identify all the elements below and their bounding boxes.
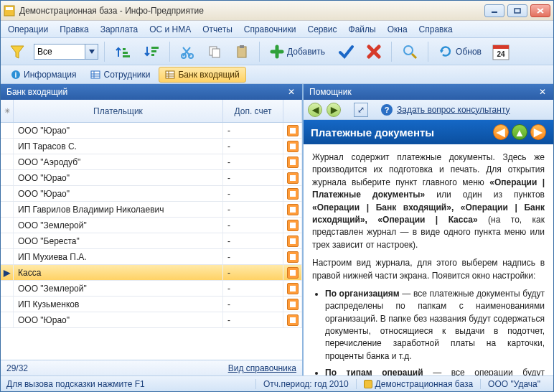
table-row[interactable]: ООО "Землерой"- (1, 218, 302, 233)
menu-refs[interactable]: Справочники (244, 24, 296, 34)
copy-button[interactable] (203, 43, 226, 60)
menu-help[interactable]: Справка (419, 24, 453, 34)
help-body[interactable]: Журнал содержит платежные документы. Зде… (304, 144, 553, 375)
cell-edit (283, 218, 302, 233)
table-row[interactable]: ИП Гаврилов Владимир Николаевич- (1, 202, 302, 218)
help-forward-button[interactable]: ▶ (327, 103, 341, 117)
col-payer[interactable]: Плательщик (14, 100, 223, 122)
menu-files[interactable]: Файлы (349, 24, 376, 34)
table-row[interactable]: ИП Кузьменков- (1, 297, 302, 312)
table-row[interactable]: ООО "Землерой"- (1, 281, 302, 297)
row-marker (1, 139, 14, 154)
help-back-button[interactable]: ◀ (308, 103, 322, 117)
sort-asc-button[interactable] (111, 42, 135, 61)
table-row[interactable]: ИП Мухиева П.А.- (1, 249, 302, 265)
search-button[interactable] (398, 42, 422, 61)
table-row[interactable]: ИП Тарасов С.- (1, 139, 302, 154)
table-row[interactable]: ООО "Юрао"- (1, 312, 302, 328)
row-edit-button[interactable] (287, 235, 299, 247)
toolbar: Добавить Обнов 24 (1, 38, 553, 65)
row-edit-button[interactable] (287, 141, 299, 152)
svg-rect-17 (212, 49, 220, 57)
help-expand-button[interactable]: ⤢ (354, 103, 368, 117)
table-row[interactable]: ООО "Юрао"- (1, 186, 302, 202)
tab-bank-incoming[interactable]: Банк входящий (159, 67, 245, 83)
table-row[interactable]: ООО "Береста"- (1, 233, 302, 249)
paste-button[interactable] (230, 43, 253, 60)
add-button[interactable]: Добавить (266, 43, 329, 60)
row-marker (1, 186, 14, 201)
filter-funnel-button[interactable] (5, 42, 29, 61)
copy-icon (207, 45, 222, 59)
minimize-button[interactable] (484, 4, 504, 17)
menu-windows[interactable]: Окна (388, 24, 408, 34)
cell-acct: - (223, 312, 283, 327)
row-edit-button[interactable] (287, 125, 299, 136)
menu-service[interactable]: Сервис (307, 24, 337, 34)
row-edit-button[interactable] (287, 204, 299, 215)
cell-acct: - (223, 123, 283, 138)
help-doc-header: Платежные документы ◀ ▲ ▶ (304, 120, 553, 144)
row-edit-button[interactable] (287, 314, 299, 326)
refresh-button[interactable]: Обнов (434, 43, 486, 60)
help-up-button[interactable]: ▲ (512, 124, 527, 140)
col-acct[interactable]: Доп. счет (223, 100, 283, 122)
cell-acct: - (223, 297, 283, 312)
left-pane-close-icon[interactable]: ✕ (286, 87, 296, 97)
table-row[interactable]: ООО "Юрао"- (1, 170, 302, 186)
tab-employees[interactable]: Сотрудники (85, 67, 156, 82)
cell-payer: ООО "Аэродуб" (14, 154, 223, 169)
ask-consultant-link[interactable]: Задать вопрос консультанту (397, 105, 510, 115)
help-next-button[interactable]: ▶ (530, 124, 546, 140)
calendar-button[interactable]: 24 (490, 42, 512, 61)
cell-payer: ИП Кузьменков (14, 297, 223, 312)
calendar-icon: 24 (492, 42, 510, 61)
col-marker[interactable]: ✳ (1, 100, 14, 122)
tab-info[interactable]: i Информация (5, 67, 82, 82)
maximize-button[interactable] (507, 4, 527, 17)
svg-rect-19 (240, 45, 244, 48)
help-li-1: По организациям — все платежные документ… (325, 288, 545, 363)
row-edit-button[interactable] (287, 172, 299, 184)
cell-payer: ИП Гаврилов Владимир Николаевич (14, 202, 223, 217)
cell-acct: - (223, 249, 283, 264)
menu-operations[interactable]: Операции (8, 24, 48, 34)
status-org: ООО "Удача" (480, 379, 548, 389)
table-row[interactable]: ▶Касса- (1, 265, 302, 281)
sort-desc-button[interactable] (139, 42, 164, 61)
close-button[interactable] (530, 4, 550, 17)
delete-button[interactable] (362, 43, 385, 60)
cell-payer: ИП Мухиева П.А. (14, 249, 223, 264)
col-edit (283, 100, 302, 122)
row-marker (1, 249, 14, 264)
scissors-icon (180, 45, 194, 59)
menu-reports[interactable]: Отчеты (202, 24, 232, 34)
row-edit-button[interactable] (287, 251, 299, 263)
menu-salary[interactable]: Зарплата (100, 24, 138, 34)
menu-edit[interactable]: Правка (60, 24, 89, 34)
svg-point-15 (189, 54, 193, 58)
right-pane-close-icon[interactable]: ✕ (537, 87, 548, 97)
row-edit-button[interactable] (287, 157, 299, 168)
status-hint: Для вызова подсказки нажмите F1 (6, 379, 255, 389)
filter-combo-input[interactable] (34, 47, 85, 57)
row-edit-button[interactable] (287, 283, 299, 294)
row-edit-button[interactable] (287, 299, 299, 310)
table-row[interactable]: ООО "Юрао"- (1, 123, 302, 139)
table-row[interactable]: ООО "Аэродуб"- (1, 154, 302, 170)
row-marker: ▶ (1, 265, 14, 280)
svg-rect-8 (123, 48, 126, 50)
svg-text:24: 24 (497, 50, 505, 58)
menu-assets[interactable]: ОС и НМА (149, 24, 191, 34)
apply-button[interactable] (334, 42, 358, 61)
cut-button[interactable] (176, 43, 199, 60)
row-edit-button[interactable] (287, 220, 299, 231)
grid-body[interactable]: ООО "Юрао"-ИП Тарасов С.-ООО "Аэродуб"-О… (1, 123, 302, 360)
ref-view-link[interactable]: Вид справочника (228, 363, 296, 373)
help-prev-button[interactable]: ◀ (493, 124, 509, 140)
row-edit-button[interactable] (287, 267, 299, 279)
db-icon (364, 380, 372, 388)
row-edit-button[interactable] (287, 188, 299, 200)
chevron-down-icon[interactable] (85, 45, 98, 59)
filter-combo[interactable] (34, 44, 98, 60)
